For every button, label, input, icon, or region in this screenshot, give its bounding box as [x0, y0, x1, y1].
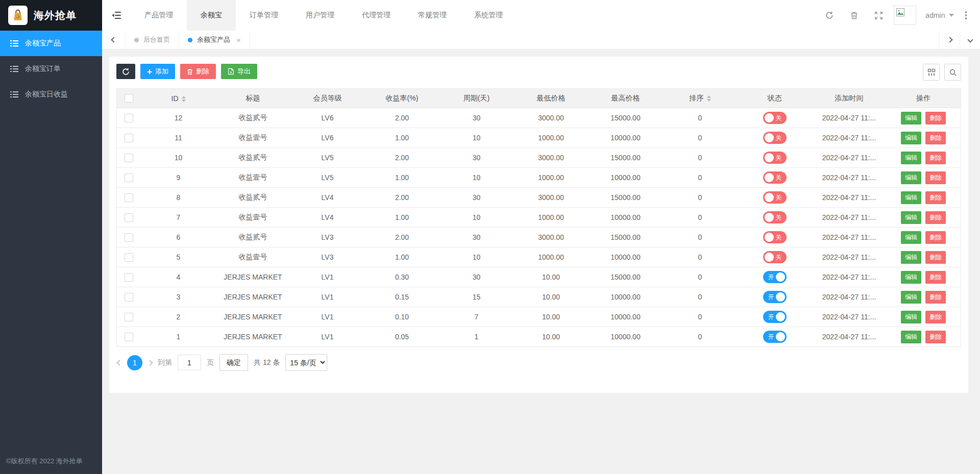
- cell-sort: 0: [663, 247, 738, 267]
- status-toggle[interactable]: 开: [763, 291, 787, 303]
- pagination-prev-icon[interactable]: [117, 361, 121, 365]
- row-delete-button[interactable]: 删除: [925, 311, 946, 323]
- confirm-page-button[interactable]: 确定: [219, 354, 248, 371]
- row-delete-button[interactable]: 删除: [925, 271, 946, 284]
- row-checkbox[interactable]: [125, 213, 133, 222]
- status-toggle[interactable]: 关: [763, 171, 787, 184]
- cell-max-price: 10000.00: [589, 307, 663, 327]
- tab[interactable]: 后台首页: [126, 31, 179, 49]
- avatar[interactable]: [894, 6, 916, 25]
- status-toggle[interactable]: 关: [763, 231, 787, 243]
- edit-button[interactable]: 编辑: [901, 271, 921, 284]
- row-delete-button[interactable]: 删除: [925, 152, 946, 164]
- fullscreen-icon[interactable]: [866, 0, 891, 31]
- row-checkbox[interactable]: [125, 173, 133, 182]
- refresh-icon[interactable]: [817, 0, 842, 31]
- trash-icon[interactable]: [842, 0, 866, 31]
- cell-rate: 2.00: [365, 148, 439, 168]
- tab-bar: 后台首页余额宝产品×: [102, 31, 980, 49]
- row-delete-button[interactable]: 删除: [925, 171, 946, 184]
- tabs-scroll-right-icon[interactable]: [939, 31, 960, 49]
- cell-level: LV6: [290, 108, 365, 128]
- edit-button[interactable]: 编辑: [901, 211, 921, 224]
- cell-sort: 0: [663, 267, 738, 287]
- edit-button[interactable]: 编辑: [901, 152, 921, 164]
- column-header[interactable]: ID: [141, 89, 216, 108]
- tabs-menu-icon[interactable]: [960, 31, 980, 49]
- row-delete-button[interactable]: 删除: [925, 191, 946, 204]
- toggle-knob: [765, 213, 774, 222]
- columns-filter-icon[interactable]: [923, 64, 940, 81]
- status-toggle[interactable]: 开: [763, 311, 787, 323]
- collapse-menu-icon[interactable]: [102, 0, 131, 31]
- edit-button[interactable]: 编辑: [901, 171, 921, 184]
- column-header[interactable]: 排序: [663, 89, 738, 108]
- sidebar-item[interactable]: 余额宝产品: [0, 31, 102, 56]
- cell-id: 1: [141, 327, 216, 347]
- edit-button[interactable]: 编辑: [901, 132, 921, 144]
- topnav-item[interactable]: 代理管理: [348, 0, 404, 31]
- row-delete-button[interactable]: 删除: [925, 291, 946, 304]
- row-checkbox[interactable]: [125, 193, 133, 202]
- pagination-page-1[interactable]: 1: [127, 355, 142, 370]
- edit-button[interactable]: 编辑: [901, 112, 921, 124]
- status-toggle[interactable]: 关: [763, 211, 787, 223]
- page-size-select[interactable]: 15 条/页: [285, 354, 327, 371]
- select-all-checkbox[interactable]: [125, 94, 133, 103]
- search-icon[interactable]: [944, 64, 961, 81]
- status-toggle[interactable]: 开: [763, 271, 787, 283]
- row-delete-button[interactable]: 删除: [925, 132, 946, 144]
- tab[interactable]: 余额宝产品×: [179, 31, 250, 49]
- sidebar-item[interactable]: 余额宝订单: [0, 56, 102, 82]
- tab-close-icon[interactable]: ×: [236, 36, 241, 44]
- add-button[interactable]: + 添加: [140, 64, 175, 79]
- row-checkbox[interactable]: [125, 233, 133, 242]
- export-button[interactable]: 导出: [221, 64, 257, 79]
- row-delete-button[interactable]: 删除: [925, 211, 946, 224]
- topnav-item[interactable]: 常规管理: [404, 0, 460, 31]
- row-checkbox[interactable]: [125, 134, 133, 142]
- sidebar-item[interactable]: 余额宝日收益: [0, 82, 102, 107]
- pagination-next-icon[interactable]: [148, 361, 152, 365]
- status-toggle[interactable]: 关: [763, 112, 787, 124]
- refresh-table-button[interactable]: [116, 64, 135, 79]
- edit-button[interactable]: 编辑: [901, 291, 921, 304]
- row-checkbox[interactable]: [125, 273, 133, 282]
- edit-button[interactable]: 编辑: [901, 251, 921, 264]
- row-delete-button[interactable]: 删除: [925, 112, 946, 124]
- row-checkbox[interactable]: [125, 293, 133, 302]
- row-checkbox[interactable]: [125, 253, 133, 262]
- delete-button[interactable]: 删除: [180, 64, 216, 79]
- status-toggle[interactable]: 关: [763, 152, 787, 164]
- row-checkbox[interactable]: [125, 154, 133, 162]
- status-toggle[interactable]: 关: [763, 132, 787, 144]
- cell-sort: 0: [663, 228, 738, 247]
- more-vertical-icon[interactable]: [959, 11, 973, 19]
- status-toggle[interactable]: 开: [763, 331, 787, 343]
- goto-page-input[interactable]: [178, 355, 201, 370]
- cell-id: 4: [141, 267, 216, 287]
- topnav-item[interactable]: 订单管理: [236, 0, 292, 31]
- sort-icon[interactable]: [182, 96, 186, 102]
- row-checkbox[interactable]: [125, 313, 133, 321]
- status-toggle[interactable]: 关: [763, 191, 787, 204]
- topnav-item[interactable]: 系统管理: [460, 0, 517, 31]
- topnav-item[interactable]: 用户管理: [292, 0, 348, 31]
- row-delete-button[interactable]: 删除: [925, 231, 946, 244]
- topnav-item[interactable]: 余额宝: [187, 0, 236, 31]
- edit-button[interactable]: 编辑: [901, 231, 921, 244]
- topnav-item[interactable]: 产品管理: [131, 0, 187, 31]
- edit-button[interactable]: 编辑: [901, 331, 921, 343]
- edit-button[interactable]: 编辑: [901, 311, 921, 323]
- cell-level: LV1: [290, 267, 365, 287]
- row-checkbox[interactable]: [125, 114, 133, 122]
- tabs-scroll-left-icon[interactable]: [102, 31, 126, 49]
- row-delete-button[interactable]: 删除: [925, 331, 946, 343]
- cell-id: 7: [141, 208, 216, 228]
- user-menu[interactable]: admin: [920, 11, 959, 19]
- status-toggle[interactable]: 关: [763, 251, 787, 263]
- row-checkbox[interactable]: [125, 333, 133, 341]
- row-delete-button[interactable]: 删除: [925, 251, 946, 264]
- edit-button[interactable]: 编辑: [901, 191, 921, 204]
- sort-icon[interactable]: [707, 95, 711, 102]
